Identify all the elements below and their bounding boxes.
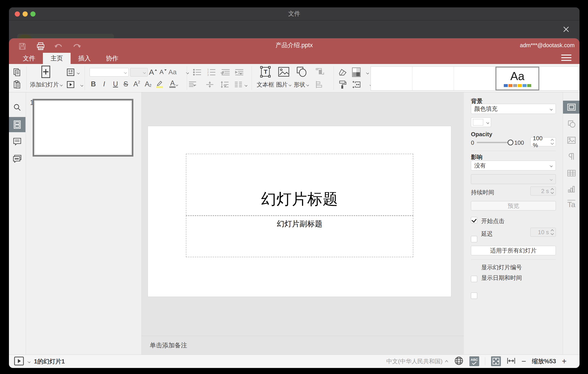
shape-settings-icon[interactable]: [563, 117, 579, 130]
vertical-align-chevron-icon[interactable]: [245, 84, 247, 86]
start-slideshow-button[interactable]: [14, 356, 24, 367]
slide-canvas[interactable]: 幻灯片标题 幻灯片副标题: [142, 92, 464, 336]
image-settings-icon[interactable]: [563, 134, 579, 147]
font-name-combo[interactable]: [90, 68, 129, 77]
spinner-arrows-icon[interactable]: [551, 188, 553, 194]
theme-option[interactable]: [412, 67, 454, 90]
slide-thumbnail[interactable]: [33, 99, 133, 157]
search-icon[interactable]: [9, 100, 25, 115]
opacity-spinner[interactable]: 100 %: [530, 137, 556, 146]
zoom-in-button[interactable]: +: [562, 357, 567, 365]
slide-size-icon[interactable]: [352, 80, 361, 88]
zoom-out-button[interactable]: −: [521, 357, 526, 365]
tab-home[interactable]: 主页: [43, 53, 71, 64]
tab-file[interactable]: 文件: [15, 53, 43, 64]
delay-checkbox[interactable]: [471, 236, 477, 242]
menu-icon[interactable]: [561, 54, 571, 62]
copy-icon[interactable]: [13, 68, 21, 77]
shape-icon[interactable]: [295, 66, 307, 77]
textbox-icon[interactable]: T: [260, 66, 271, 78]
document-language-icon[interactable]: [454, 356, 463, 366]
slideshow-chevron-icon[interactable]: [80, 84, 83, 86]
bold-button[interactable]: B: [91, 80, 96, 88]
chart-settings-icon[interactable]: [563, 183, 579, 196]
arrange-chevron-icon[interactable]: [366, 71, 369, 74]
font-size-combo[interactable]: [130, 68, 148, 77]
image-icon[interactable]: [278, 66, 290, 77]
spinner-arrows-icon[interactable]: [551, 139, 553, 144]
fit-to-slide-button[interactable]: [491, 356, 501, 366]
show-date-time-checkbox[interactable]: [471, 293, 477, 299]
effect-select[interactable]: 没有: [471, 161, 556, 170]
opacity-slider-handle[interactable]: [508, 140, 513, 145]
highlight-chevron-icon[interactable]: [175, 83, 178, 86]
fit-to-width-button[interactable]: [507, 357, 516, 365]
close-icon[interactable]: [561, 24, 571, 35]
show-slide-number-checkbox[interactable]: [471, 276, 477, 282]
italic-button[interactable]: I: [103, 80, 105, 88]
theme-option-selected[interactable]: Aa: [495, 67, 539, 90]
chat-icon[interactable]: [9, 151, 25, 166]
image-button[interactable]: 图片: [276, 81, 291, 88]
line-spacing-icon[interactable]: [220, 81, 229, 88]
effect-type-select[interactable]: [471, 174, 556, 184]
highlight-color-button[interactable]: [156, 80, 163, 88]
copy-style-icon[interactable]: [339, 80, 347, 89]
arrange-icon[interactable]: [315, 67, 325, 77]
font-color-button[interactable]: A: [169, 80, 176, 88]
align-shapes-icon[interactable]: [315, 80, 324, 88]
preview-button[interactable]: 预览: [471, 201, 556, 210]
strikethrough-button[interactable]: S: [124, 80, 128, 88]
decrease-font-button[interactable]: A: [159, 68, 167, 76]
theme-option[interactable]: [454, 67, 495, 90]
start-slideshow-icon[interactable]: [66, 81, 75, 88]
duration-spinner[interactable]: 2 s: [530, 187, 556, 196]
tab-collaboration[interactable]: 协作: [98, 53, 126, 64]
vertical-align-icon[interactable]: [206, 81, 214, 88]
change-case-chevron-icon[interactable]: [186, 71, 189, 74]
delay-spinner[interactable]: 10 s: [530, 228, 556, 237]
start-on-click-checkbox[interactable]: [471, 217, 477, 223]
numbered-list-icon[interactable]: 123: [207, 68, 216, 76]
columns-icon[interactable]: [234, 81, 242, 88]
theme-option[interactable]: [371, 67, 412, 90]
language-selector[interactable]: 中文(中华人民共和国): [387, 357, 448, 365]
increase-indent-icon[interactable]: [235, 69, 244, 76]
increase-font-button[interactable]: A: [149, 68, 157, 77]
textbox-button[interactable]: 文本框: [257, 81, 274, 88]
subscript-button[interactable]: A2: [145, 80, 151, 88]
theme-option[interactable]: [539, 67, 579, 90]
table-settings-icon[interactable]: [563, 167, 579, 180]
spellcheck-toggle[interactable]: ABC: [469, 356, 479, 366]
spinner-arrows-icon[interactable]: [551, 230, 553, 235]
bullet-list-icon[interactable]: [193, 69, 202, 76]
paragraph-settings-icon[interactable]: [563, 150, 579, 163]
shape-button[interactable]: 形状: [294, 81, 309, 88]
decrease-indent-icon[interactable]: [221, 69, 230, 76]
change-case-button[interactable]: Aa: [168, 68, 177, 76]
slideshow-mode-chevron-icon[interactable]: [28, 360, 30, 363]
shading-icon[interactable]: [352, 67, 361, 77]
horizontal-align-icon[interactable]: [189, 81, 197, 88]
background-fill-select[interactable]: 颜色填充: [471, 104, 556, 114]
background-color-picker[interactable]: [471, 117, 491, 127]
slide-settings-icon[interactable]: [563, 101, 579, 114]
text-art-settings-icon[interactable]: Ta: [563, 198, 579, 211]
slide-layout-chevron-icon[interactable]: [77, 71, 80, 74]
opacity-slider-track[interactable]: [477, 142, 508, 143]
title-placeholder[interactable]: 幻灯片标题: [186, 154, 413, 216]
subtitle-placeholder[interactable]: 幻灯片副标题: [186, 216, 413, 257]
add-slide-icon[interactable]: [40, 65, 51, 78]
comments-icon[interactable]: [9, 134, 25, 149]
slide-layout-icon[interactable]: [66, 68, 75, 76]
slides-panel-icon[interactable]: [9, 117, 25, 132]
paste-icon[interactable]: [13, 80, 21, 89]
tab-insert[interactable]: 插入: [71, 53, 98, 64]
superscript-button[interactable]: A2: [133, 80, 140, 88]
underline-button[interactable]: U: [113, 80, 118, 88]
notes-area[interactable]: 单击添加备注: [142, 336, 464, 354]
apply-to-all-slides-button[interactable]: 适用于所有幻灯片: [471, 246, 556, 255]
add-slide-button[interactable]: 添加幻灯片: [30, 81, 63, 88]
slide[interactable]: 幻灯片标题 幻灯片副标题: [148, 126, 451, 297]
clear-style-icon[interactable]: [338, 68, 347, 76]
